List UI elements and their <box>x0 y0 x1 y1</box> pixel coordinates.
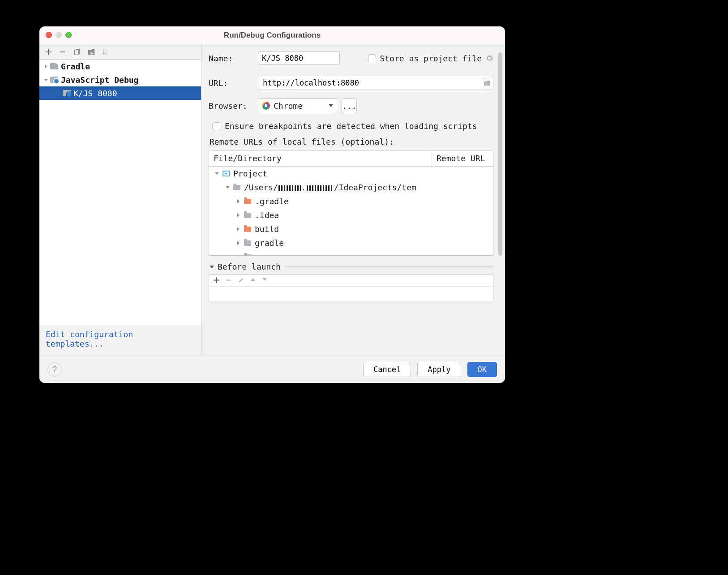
browser-select[interactable]: Chrome <box>258 98 337 113</box>
tree-node-jsdebug[interactable]: JavaScript Debug <box>39 73 201 86</box>
ensure-breakpoints-checkbox[interactable] <box>212 122 220 130</box>
tree-node-label: build <box>255 224 279 234</box>
name-label: Name: <box>209 54 258 63</box>
dialog-footer: ? Cancel Apply OK <box>39 356 505 383</box>
configurations-tree[interactable]: Gradle JavaScript Debug K/JS 8080 <box>39 60 201 325</box>
remote-urls-label: Remote URLs of local files (optional): <box>210 137 493 146</box>
remote-urls-table: File/Directory Remote URL Project /User <box>209 150 493 256</box>
add-task-button[interactable] <box>214 277 219 283</box>
sort-config-button[interactable]: az <box>101 47 110 56</box>
js-debug-icon <box>63 90 71 96</box>
tree-node-idea[interactable]: .idea <box>209 208 493 222</box>
before-launch-panel <box>209 274 493 301</box>
titlebar: Run/Debug Configurations <box>39 26 505 44</box>
folder-icon <box>244 240 251 246</box>
cancel-button[interactable]: Cancel <box>363 362 411 377</box>
tree-node-gradle2[interactable]: gradle <box>209 236 493 250</box>
gear-icon[interactable] <box>485 54 493 62</box>
tree-node-label: gradle <box>255 238 284 248</box>
ok-button[interactable]: OK <box>467 362 497 377</box>
svg-rect-1 <box>74 50 78 55</box>
folder-icon <box>244 199 251 204</box>
column-file-directory[interactable]: File/Directory <box>209 150 432 166</box>
before-launch-header[interactable]: Before launch <box>210 262 493 271</box>
tree-node-label: Gradle <box>61 62 90 71</box>
chevron-down-icon <box>210 266 214 268</box>
tree-node-label: Project <box>233 169 267 178</box>
browser-select-value: Chrome <box>274 101 303 111</box>
before-launch-label: Before launch <box>218 262 281 271</box>
folder-icon <box>244 254 251 256</box>
chevron-right-icon <box>235 213 241 217</box>
tree-node-gradle[interactable]: .gradle <box>209 194 493 208</box>
config-name-input[interactable] <box>258 51 340 65</box>
column-remote-url[interactable]: Remote URL <box>432 150 493 166</box>
chevron-right-icon <box>235 227 241 231</box>
tree-node-gradle[interactable]: Gradle <box>39 60 201 73</box>
folder-icon <box>244 213 251 218</box>
ensure-breakpoints-label: Ensure breakpoints are detected when loa… <box>225 121 477 131</box>
remote-urls-header: File/Directory Remote URL <box>209 150 493 167</box>
chevron-right-icon <box>235 199 241 203</box>
config-editor-pane: Name: Store as project file URL: <box>201 44 505 356</box>
sidebar-toolbar: az <box>39 44 201 60</box>
tree-node-label: src <box>255 252 270 255</box>
help-button[interactable]: ? <box>47 362 62 377</box>
folder-icon <box>244 227 251 232</box>
url-input[interactable] <box>258 76 481 90</box>
chevron-right-icon <box>235 241 241 245</box>
store-as-project-file-checkbox[interactable] <box>368 54 376 62</box>
browser-more-button[interactable]: ... <box>342 98 357 113</box>
divider <box>284 266 493 267</box>
url-browse-button[interactable] <box>481 76 493 90</box>
svg-text:z: z <box>106 52 107 55</box>
tree-node-label: /Users/./IdeaProjects/tem <box>244 183 416 192</box>
close-window-button[interactable] <box>46 32 52 38</box>
minimize-window-button[interactable] <box>56 32 62 38</box>
apply-button[interactable]: Apply <box>417 362 461 377</box>
before-launch-toolbar <box>209 275 493 287</box>
add-config-button[interactable] <box>44 47 53 56</box>
run-debug-configurations-dialog: Run/Debug Configurations az <box>39 26 505 383</box>
chevron-right-icon <box>235 255 241 255</box>
tree-node-project[interactable]: Project <box>209 167 493 180</box>
tree-node-kjs8080[interactable]: K/JS 8080 <box>39 86 201 100</box>
chevron-down-icon <box>42 78 49 82</box>
chrome-icon <box>262 102 270 110</box>
project-icon <box>223 171 230 176</box>
remove-task-button[interactable] <box>226 277 231 283</box>
tree-node-src[interactable]: src <box>209 250 493 255</box>
remove-config-button[interactable] <box>58 47 67 56</box>
before-launch-list[interactable] <box>209 287 493 301</box>
js-debug-icon <box>50 77 58 83</box>
window-title: Run/Debug Configurations <box>224 31 321 40</box>
chevron-down-icon <box>329 104 333 107</box>
edit-templates-link[interactable]: Edit configuration templates... <box>39 325 201 356</box>
tree-node-label: K/JS 8080 <box>73 89 117 98</box>
move-down-button[interactable] <box>262 277 267 283</box>
tree-node-label: .gradle <box>255 197 289 206</box>
url-label: URL: <box>209 78 258 88</box>
chevron-down-icon <box>214 172 220 176</box>
chevron-right-icon <box>42 64 49 69</box>
window-controls <box>46 32 72 38</box>
gradle-icon <box>50 63 58 69</box>
zoom-window-button[interactable] <box>65 32 72 38</box>
scrollbar[interactable] <box>498 51 502 315</box>
tree-node-label: JavaScript Debug <box>61 75 138 85</box>
tree-node-userpath[interactable]: /Users/./IdeaProjects/tem <box>209 180 493 194</box>
chevron-down-icon <box>224 185 231 189</box>
move-up-button[interactable] <box>250 277 256 283</box>
configurations-sidebar: az Gradle JavaScript Debug <box>39 44 201 356</box>
browser-label: Browser: <box>209 101 258 111</box>
save-config-button[interactable] <box>87 47 96 56</box>
folder-icon <box>233 185 240 190</box>
edit-task-button[interactable] <box>238 277 244 283</box>
copy-config-button[interactable] <box>73 47 81 56</box>
store-as-project-file-label: Store as project file <box>380 54 482 63</box>
tree-node-build[interactable]: build <box>209 222 493 236</box>
tree-node-label: .idea <box>255 210 279 220</box>
